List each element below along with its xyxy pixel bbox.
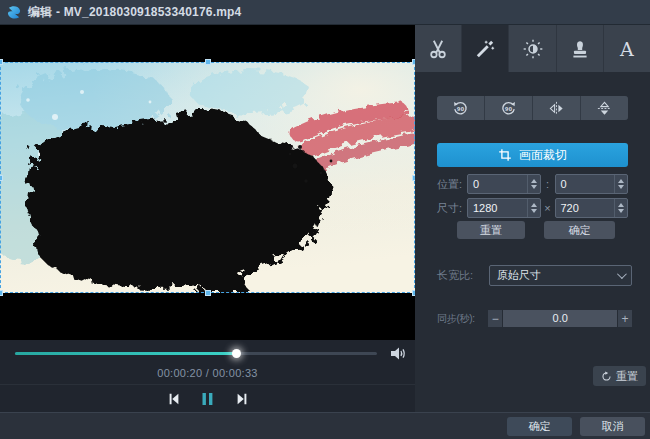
position-y-field[interactable]: 0: [555, 174, 629, 194]
rotate-left-icon: 90: [452, 100, 469, 117]
crop-handle-bottom-center[interactable]: [205, 290, 211, 296]
flip-horizontal-button[interactable]: [533, 96, 580, 120]
crop-handle-bottom-left[interactable]: [0, 290, 3, 296]
tab-effects[interactable]: [462, 25, 509, 72]
text-icon: A: [620, 38, 634, 60]
position-x-field[interactable]: 0: [467, 174, 541, 194]
tab-watermark[interactable]: [557, 25, 604, 72]
confirm-button[interactable]: 确定: [507, 417, 572, 436]
crop-handle-top-left[interactable]: [0, 59, 3, 65]
player-divider: [0, 384, 415, 385]
step-backward-icon: [167, 392, 181, 406]
time-display: 00:00:20 / 00:00:33: [0, 367, 415, 379]
playhead[interactable]: [232, 349, 241, 358]
spin-down-icon[interactable]: [618, 185, 624, 189]
player-bar: 00:00:20 / 00:00:33: [0, 340, 415, 412]
crop-reset-button[interactable]: 重置: [457, 221, 525, 239]
size-height-spinner[interactable]: [614, 199, 627, 217]
footer-bar: 确定 取消: [0, 412, 650, 439]
size-height-field[interactable]: 720: [555, 198, 629, 218]
tab-adjust[interactable]: [509, 25, 556, 72]
rotate-right-icon: 90: [500, 100, 517, 117]
size-label: 尺寸:: [437, 201, 467, 216]
video-stage: [0, 25, 415, 340]
crop-screen-button[interactable]: 画面裁切: [437, 143, 628, 167]
size-row: 尺寸: 1280 × 720: [437, 198, 628, 218]
crop-button-label: 画面裁切: [519, 147, 567, 164]
aspect-ratio-value: 原始尺寸: [497, 268, 541, 283]
volume-button[interactable]: [390, 346, 407, 361]
tab-trim[interactable]: [415, 25, 462, 72]
step-backward-button[interactable]: [166, 391, 182, 407]
size-width-spinner[interactable]: [527, 199, 540, 217]
video-frame[interactable]: [0, 62, 415, 293]
svg-text:90: 90: [505, 105, 513, 111]
flip-horizontal-icon: [548, 100, 565, 117]
svg-text:90: 90: [457, 105, 465, 111]
window-title: 编辑 - MV_201803091853340176.mp4: [28, 4, 241, 21]
spin-up-icon[interactable]: [618, 203, 624, 207]
rotate-right-90-button[interactable]: 90: [485, 96, 532, 120]
rotate-left-90-button[interactable]: 90: [437, 96, 484, 120]
magic-wand-icon: [474, 38, 496, 60]
size-width-field[interactable]: 1280: [467, 198, 541, 218]
app-logo-icon: [7, 5, 22, 20]
reset-icon: [601, 371, 612, 382]
tab-text[interactable]: A: [604, 25, 650, 72]
size-separator: ×: [541, 202, 555, 214]
scissors-icon: [427, 38, 449, 60]
aspect-ratio-dropdown[interactable]: 原始尺寸: [489, 265, 632, 286]
watercolor-tree-art: [0, 62, 415, 293]
flip-vertical-button[interactable]: [581, 96, 628, 120]
tool-tabbar: A: [415, 25, 650, 72]
position-y-spinner[interactable]: [614, 175, 627, 193]
pause-button[interactable]: [200, 391, 216, 407]
sync-row: 同步(秒): − 0.0 +: [437, 310, 632, 327]
chevron-down-icon: [617, 269, 627, 279]
aspect-ratio-label: 长宽比:: [437, 268, 489, 283]
seek-bar-fill: [15, 352, 236, 355]
crop-handle-left-center[interactable]: [0, 175, 3, 181]
position-row: 位置: 0 : 0: [437, 174, 628, 194]
side-panel: A 90 90: [415, 25, 650, 412]
speaker-icon: [390, 346, 407, 361]
cancel-button[interactable]: 取消: [580, 417, 645, 436]
position-x-spinner[interactable]: [527, 175, 540, 193]
step-forward-icon: [235, 392, 249, 406]
spin-down-icon[interactable]: [531, 209, 537, 213]
brightness-icon: [522, 38, 544, 60]
reset-all-label: 重置: [616, 369, 638, 384]
spin-up-icon[interactable]: [531, 203, 537, 207]
spin-up-icon[interactable]: [531, 179, 537, 183]
spin-down-icon[interactable]: [531, 185, 537, 189]
stamp-icon: [569, 38, 591, 60]
playback-controls: [0, 391, 415, 407]
aspect-ratio-row: 长宽比: 原始尺寸: [437, 265, 632, 286]
spin-down-icon[interactable]: [618, 209, 624, 213]
crop-icon: [498, 148, 512, 162]
transform-toolbar: 90 90: [437, 96, 628, 120]
crop-apply-button[interactable]: 确定: [544, 221, 615, 239]
sync-minus-button[interactable]: −: [488, 310, 502, 327]
seek-bar[interactable]: [15, 352, 377, 355]
reset-all-button[interactable]: 重置: [593, 366, 646, 386]
step-forward-button[interactable]: [234, 391, 250, 407]
position-separator: :: [541, 178, 555, 190]
pause-icon: [201, 392, 214, 406]
sync-plus-button[interactable]: +: [618, 310, 632, 327]
position-label: 位置:: [437, 177, 467, 192]
spin-up-icon[interactable]: [618, 179, 624, 183]
flip-vertical-icon: [596, 100, 613, 117]
sync-value[interactable]: 0.0: [503, 310, 617, 327]
titlebar: 编辑 - MV_201803091853340176.mp4: [0, 0, 650, 25]
sync-label: 同步(秒):: [437, 312, 488, 326]
crop-handle-top-center[interactable]: [205, 59, 211, 65]
